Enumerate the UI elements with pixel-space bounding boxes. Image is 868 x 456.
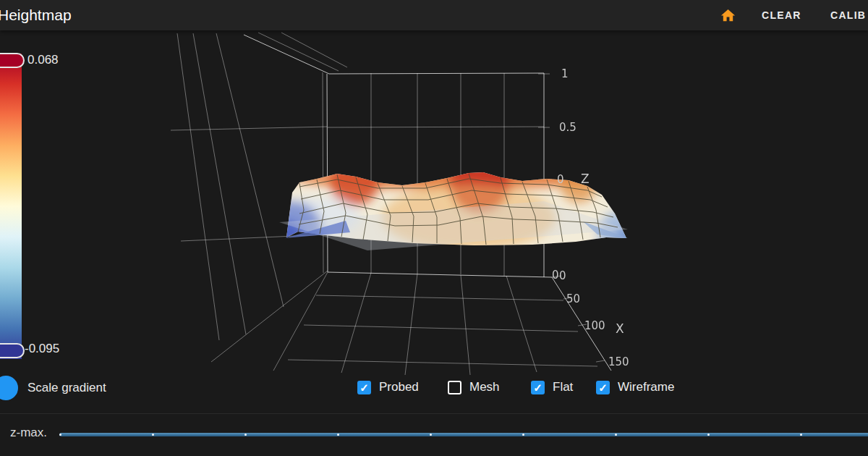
- home-button[interactable]: [716, 4, 739, 27]
- page-title: Heightmap: [0, 0, 72, 30]
- x-tick-150: 150: [608, 355, 629, 368]
- gradient-max-value: 0.068: [27, 53, 59, 67]
- checkbox-flat[interactable]: Flat: [531, 380, 573, 394]
- z-tick-0: 0: [557, 173, 564, 186]
- checkbox-probed-label: Probed: [379, 380, 419, 394]
- checkbox-wireframe-box[interactable]: [596, 381, 610, 394]
- y-tick-0: 0: [552, 269, 559, 282]
- checkbox-wireframe[interactable]: Wireframe: [596, 380, 674, 394]
- gradient-legend-bar: [0, 54, 22, 359]
- x-axis: 0 0 50 100 150 X: [552, 269, 629, 368]
- gradient-max-handle[interactable]: [0, 53, 25, 68]
- layer-checkboxes: Probed Mesh Flat Wireframe: [0, 374, 868, 405]
- checkbox-wireframe-label: Wireframe: [618, 380, 674, 394]
- z-axis-name: Z: [581, 172, 590, 186]
- x-tick-100: 100: [584, 319, 605, 332]
- checkbox-probed[interactable]: Probed: [357, 380, 419, 394]
- z-axis: 1 0.5 0 Z: [557, 67, 590, 186]
- clear-button[interactable]: CLEAR: [762, 0, 801, 30]
- z-max-row: z-max.: [0, 413, 868, 456]
- app-bar: Heightmap CLEAR CALIB: [0, 0, 868, 30]
- heightmap-app: { "header": { "title": "Heightmap", "cle…: [0, 0, 868, 456]
- gradient-min-value: -0.095: [25, 342, 59, 356]
- display-controls: Scale gradient Probed Mesh Flat Wirefram…: [0, 374, 868, 405]
- z-tick-05: 0.5: [559, 121, 576, 134]
- home-icon: [720, 7, 736, 24]
- x-tick-0: 0: [559, 269, 566, 282]
- checkbox-probed-box[interactable]: [357, 381, 371, 394]
- checkbox-mesh-label: Mesh: [469, 380, 500, 394]
- z-max-slider[interactable]: [59, 433, 868, 436]
- probed-surface: [262, 152, 647, 262]
- checkbox-mesh-box[interactable]: [448, 381, 461, 394]
- checkbox-flat-box[interactable]: [531, 381, 545, 394]
- gradient-min-handle[interactable]: [0, 343, 25, 358]
- x-axis-name: X: [616, 321, 624, 336]
- x-tick-50: 50: [566, 292, 580, 305]
- z-tick-1: 1: [561, 67, 569, 80]
- checkbox-flat-label: Flat: [553, 380, 573, 394]
- checkbox-mesh[interactable]: Mesh: [448, 380, 500, 394]
- calibrate-button[interactable]: CALIB: [830, 0, 866, 30]
- z-max-label: z-max.: [10, 426, 47, 440]
